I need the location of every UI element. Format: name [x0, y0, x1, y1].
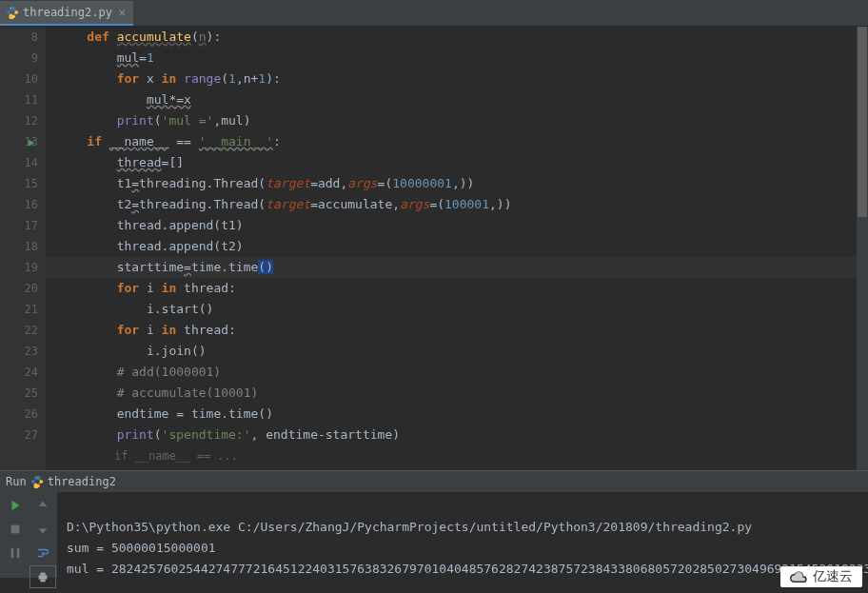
line-number: 16: [0, 194, 38, 215]
line-number: 24: [0, 362, 38, 383]
run-config-name: threading2: [48, 475, 116, 488]
down-button[interactable]: [30, 518, 56, 541]
run-title: Run: [6, 475, 27, 488]
code-line[interactable]: t2=threading.Thread(target=accumulate,ar…: [46, 194, 868, 215]
code-line-current[interactable]: starttime=time.time(): [46, 257, 868, 278]
line-number: 12: [0, 110, 38, 131]
wrap-button[interactable]: [30, 542, 56, 564]
code-line[interactable]: print('mul =',mul): [46, 110, 868, 131]
python-file-icon: [30, 475, 44, 488]
close-icon[interactable]: ×: [116, 5, 128, 20]
gutter: 8 9 10 11 12 13 14 15 16 17 18 19 20 21 …: [0, 27, 46, 470]
code-line[interactable]: print('spendtime:', endtime-starttime): [46, 425, 868, 445]
line-number: 8: [0, 27, 38, 48]
run-gutter-icon[interactable]: ▶: [29, 132, 35, 153]
code-line[interactable]: mul=1: [46, 48, 868, 69]
line-number: 14: [0, 152, 38, 173]
line-number: 23: [0, 341, 38, 362]
up-button[interactable]: [30, 494, 56, 517]
run-toolbar: [0, 492, 57, 578]
output-line: D:\Python35\python.exe C:/Users/ZhangJ/P…: [67, 520, 752, 534]
tab-bar: threading2.py ×: [0, 0, 868, 27]
code-line[interactable]: thread.append(t1): [46, 215, 868, 236]
code-line[interactable]: # accumulate(10001): [46, 383, 868, 404]
code-line[interactable]: thread=[]: [46, 152, 868, 173]
run-panel: Run threading2 D:\Python35\python.exe C:…: [0, 470, 868, 578]
run-header: Run threading2: [0, 471, 868, 492]
line-number: 21: [0, 299, 38, 320]
svg-rect-5: [39, 575, 48, 579]
run-output[interactable]: D:\Python35\python.exe C:/Users/ZhangJ/P…: [57, 492, 868, 578]
scrollbar-thumb[interactable]: [858, 27, 867, 217]
code-line[interactable]: mul*=x: [46, 89, 868, 110]
code-line[interactable]: for x in range(1,n+1):: [46, 69, 868, 89]
svg-rect-3: [11, 548, 14, 559]
line-number: 26: [0, 404, 38, 425]
code-line[interactable]: for i in thread:: [46, 320, 868, 341]
svg-rect-7: [40, 580, 45, 583]
code-area[interactable]: def accumulate(n): mul=1 for x in range(…: [46, 27, 868, 470]
line-number: 18: [0, 236, 38, 257]
rerun-button[interactable]: [2, 494, 29, 517]
svg-rect-6: [40, 573, 45, 576]
svg-rect-2: [11, 525, 20, 534]
code-line[interactable]: t1=threading.Thread(target=add,args=(100…: [46, 173, 868, 194]
editor-area: 8 9 10 11 12 13 14 15 16 17 18 19 20 21 …: [0, 27, 868, 470]
line-number: 11: [0, 89, 38, 110]
line-number: 10: [0, 69, 38, 89]
print-button[interactable]: [30, 565, 56, 588]
code-line[interactable]: i.start(): [46, 299, 868, 320]
scrollbar-vertical[interactable]: [857, 27, 868, 470]
spacer: [2, 565, 29, 588]
python-file-icon: [6, 6, 19, 19]
watermark: 亿速云: [780, 566, 862, 587]
svg-point-0: [10, 7, 11, 8]
breadcrumb[interactable]: if __name__ == ...: [46, 445, 868, 466]
code-line[interactable]: i.join(): [46, 341, 868, 362]
code-line[interactable]: thread.append(t2): [46, 236, 868, 257]
line-number: 22: [0, 320, 38, 341]
line-number: 20: [0, 278, 38, 299]
line-number: 17: [0, 215, 38, 236]
code-line[interactable]: def accumulate(n):: [46, 27, 868, 48]
output-line: sum = 50000015000001: [67, 541, 216, 555]
line-number: 9: [0, 48, 38, 69]
cloud-icon: [790, 570, 807, 583]
stop-button[interactable]: [2, 518, 29, 541]
line-number: 27: [0, 425, 38, 445]
svg-point-1: [13, 16, 14, 17]
line-number: 19: [0, 257, 38, 278]
output-line: mul = 2824257602544274777216451224031576…: [67, 562, 868, 576]
tab-filename: threading2.py: [23, 6, 112, 19]
line-number: 25: [0, 383, 38, 404]
code-line[interactable]: # add(1000001): [46, 362, 868, 383]
code-line[interactable]: endtime = time.time(): [46, 404, 868, 425]
pause-button[interactable]: [2, 542, 29, 564]
code-line[interactable]: if __name__ == '__main__':: [46, 131, 868, 152]
line-number: 15: [0, 173, 38, 194]
editor-tab[interactable]: threading2.py ×: [0, 1, 133, 26]
svg-rect-4: [17, 548, 20, 559]
code-line[interactable]: for i in thread:: [46, 278, 868, 299]
